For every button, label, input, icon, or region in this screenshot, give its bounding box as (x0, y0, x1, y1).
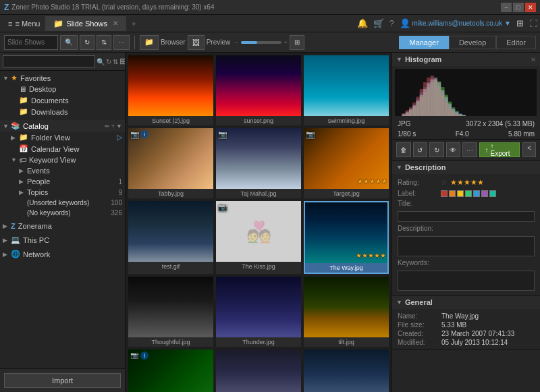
cart-icon[interactable]: 🛒 (373, 18, 384, 28)
image-icon-button[interactable]: 🖼 (188, 35, 205, 50)
photo-name-kiss: The Kiss.jpg (216, 262, 301, 271)
histogram-close-icon[interactable]: ✕ (531, 56, 536, 63)
description-textarea[interactable] (398, 236, 535, 256)
sidebar-item-catalog[interactable]: ▼ 📚 Catalog ✏ + ▼ (0, 120, 125, 132)
color-box-yellow[interactable] (457, 190, 464, 197)
sidebar-item-events[interactable]: ▶ Events (0, 165, 125, 176)
sidebar-item-calendar-view[interactable]: 📅 Calendar View (0, 143, 125, 155)
sidebar-search-icon[interactable]: 🔍 (97, 58, 105, 65)
sidebar-sort-icon[interactable]: ⇅ (113, 58, 118, 65)
photo-cell-thunder[interactable]: Thunder.jpg (216, 277, 301, 347)
search-input[interactable] (4, 35, 58, 50)
color-box-teal[interactable] (489, 190, 496, 197)
sidebar-bottom: Import (0, 368, 125, 392)
export-icon: ↑ (485, 146, 489, 154)
develop-tab[interactable]: Develop (449, 36, 496, 49)
minimize-button[interactable]: − (501, 3, 512, 12)
sidebar-item-network[interactable]: ▶ 🌐 Network (0, 248, 125, 260)
gen-filesize-row: File size: 5.33 MB (398, 320, 535, 329)
refresh-button[interactable]: ↻ (80, 35, 94, 50)
photo-cell-sunset[interactable]: sunset.png (216, 55, 301, 125)
maximize-button[interactable]: □ (513, 3, 524, 12)
photo-thumb-thunder (216, 277, 301, 337)
layout-icon[interactable]: ⊞ (516, 18, 524, 28)
rating-stars[interactable]: ★★★★★ (450, 178, 484, 187)
folder-view-nav-icon[interactable]: ▷ (117, 133, 122, 142)
photo-cell-test[interactable]: test.gif (128, 201, 213, 274)
catalog-edit-icon[interactable]: ✏ (105, 123, 110, 130)
description-header[interactable]: ▼ Description (392, 161, 540, 174)
photo-cell-swimming[interactable]: swimming.jpg (304, 55, 389, 125)
photo-cell-tilt[interactable]: tilt.jpg (304, 277, 389, 347)
more-actions-button[interactable]: ⋯ (462, 142, 477, 157)
user-dropdown-icon: ▼ (504, 20, 511, 27)
photo-cell-tabby[interactable]: 📷 i Tabby.jpg (128, 128, 213, 198)
photo-cell-way[interactable]: ★★★★★ The Way.jpg (304, 201, 389, 274)
photo-cell-toco[interactable]: 📷 i ★★★ Toco Toucan.jpg (128, 349, 213, 392)
sidebar-item-desktop[interactable]: 🖥 Desktop (0, 84, 125, 94)
documents-label: Documents (31, 96, 122, 105)
sidebar-item-topics[interactable]: ▶ Topics 9 (0, 187, 125, 198)
general-header[interactable]: ▼ General (392, 296, 540, 309)
active-tab[interactable]: 📁 Slide Shows ✕ (45, 16, 126, 31)
photo-cell-thoughtful[interactable]: Thoughtful.jpg (128, 277, 213, 347)
grid-view-button[interactable]: ⊞ (290, 35, 304, 50)
description-field-label: Description: (398, 225, 438, 232)
sidebar-item-unsorted-keywords[interactable]: (Unsorted keywords) 100 (0, 198, 125, 208)
histogram-header[interactable]: ▼ Histogram ✕ (392, 53, 540, 66)
photo-name-tabby: Tabby.jpg (128, 189, 213, 198)
photo-cell-tools[interactable]: Tools.jpg (216, 349, 301, 392)
color-box-orange[interactable] (449, 190, 456, 197)
help-icon[interactable]: ? (389, 19, 394, 28)
folder-icon-button[interactable]: 📁 (140, 35, 159, 50)
notification-icon[interactable]: 🔔 (357, 18, 368, 28)
photo-cell-target[interactable]: 📷 ★★★★★ Target.jpg (304, 128, 389, 198)
browser-label: Browser (161, 38, 186, 46)
sidebar-add-icon[interactable]: ⊞ (119, 57, 126, 66)
sidebar-item-folder-view[interactable]: ▶ 📁 Folder View ▷ (0, 132, 125, 143)
color-box-blue[interactable] (473, 190, 480, 197)
eye-button[interactable]: 👁 (446, 142, 461, 157)
sidebar-item-people[interactable]: ▶ People 1 (0, 176, 125, 187)
sidebar-item-favorites[interactable]: ▼ ★ Favorites (0, 72, 125, 84)
sidebar-refresh-icon[interactable]: ↻ (106, 58, 111, 65)
rotate-left-button[interactable]: ↺ (413, 142, 428, 157)
share-button[interactable]: < (522, 142, 536, 157)
zoom-slider[interactable] (241, 41, 281, 44)
close-button[interactable]: ✕ (525, 3, 536, 12)
search-button[interactable]: 🔍 (60, 35, 78, 50)
photo-cell-sunset2[interactable]: Sunset (2).jpg (128, 55, 213, 125)
sidebar-item-zonerama[interactable]: ▶ Z Zonerama (0, 221, 125, 231)
sidebar-item-downloads[interactable]: 📁 Downloads (0, 106, 125, 117)
catalog-add-icon[interactable]: + (111, 123, 115, 130)
more-options-button[interactable]: ⋯ (113, 35, 130, 50)
sidebar-item-this-pc[interactable]: ▶ 💻 This PC (0, 234, 125, 246)
export-button[interactable]: ↑ ↑ Export (479, 142, 520, 157)
add-tab-button[interactable]: + (126, 18, 141, 29)
title-input[interactable] (398, 211, 535, 222)
sidebar-item-documents[interactable]: 📁 Documents (0, 94, 125, 106)
general-title: General (405, 298, 433, 306)
keywords-textarea[interactable] (398, 271, 535, 291)
stars-way: ★★★★★ (356, 252, 386, 259)
sidebar-search-input[interactable] (3, 55, 95, 67)
editor-tab[interactable]: Editor (496, 36, 536, 49)
color-box-green[interactable] (465, 190, 472, 197)
sort-button[interactable]: ⇅ (97, 35, 111, 50)
color-box-purple[interactable] (481, 190, 488, 197)
sidebar-item-no-keywords[interactable]: (No keywords) 326 (0, 208, 125, 218)
sidebar-item-keyword-view[interactable]: ▼ 🏷 Keyword View (0, 155, 125, 165)
menu-button[interactable]: ≡ ≡ Menu (3, 18, 45, 29)
photo-cell-tower[interactable]: tower.jpg (304, 349, 389, 392)
color-box-red[interactable] (441, 190, 448, 197)
user-info[interactable]: 👤 mike.williams@nuetools.co.uk ▼ (400, 18, 511, 28)
tab-close-icon[interactable]: ✕ (113, 20, 118, 27)
fullscreen-icon[interactable]: ⛶ (529, 19, 537, 28)
rotate-right-button[interactable]: ↻ (429, 142, 444, 157)
photo-cell-kiss[interactable]: 💑 📷 The Kiss.jpg (216, 201, 301, 274)
photo-cell-taj[interactable]: 📷 Taj Mahal.jpg (216, 128, 301, 198)
manager-tab[interactable]: Manager (399, 36, 448, 49)
catalog-dropdown-icon[interactable]: ▼ (116, 123, 122, 130)
trash-button[interactable]: 🗑 (396, 142, 411, 157)
import-button[interactable]: Import (4, 373, 121, 388)
